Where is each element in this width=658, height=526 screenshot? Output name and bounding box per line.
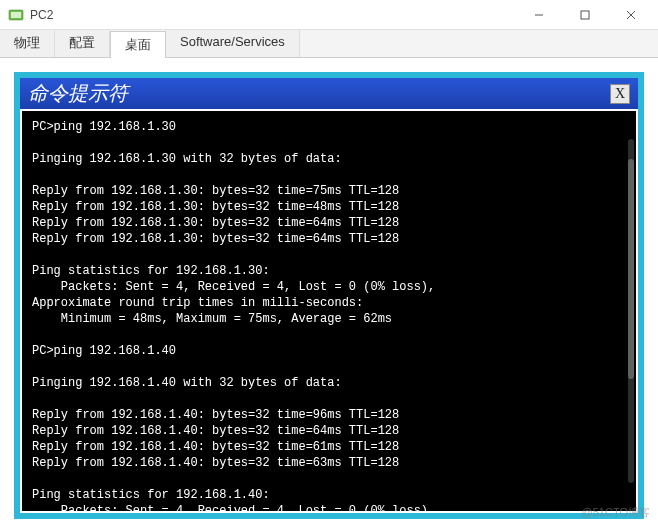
window-minimize-button[interactable] [516,0,562,30]
svg-rect-3 [581,11,589,19]
window-close-button[interactable] [608,0,654,30]
svg-rect-1 [11,12,21,18]
window-maximize-button[interactable] [562,0,608,30]
window-controls [516,0,654,30]
terminal-output[interactable]: PC>ping 192.168.1.30 Pinging 192.168.1.3… [22,111,636,511]
tab-desktop[interactable]: 桌面 [110,31,166,58]
app-icon [8,7,24,23]
window-titlebar: PC2 [0,0,658,30]
tab-physical[interactable]: 物理 [0,30,55,57]
terminal-window: 命令提示符 X PC>ping 192.168.1.30 Pinging 192… [14,72,644,519]
watermark: @51CTO博客 [582,505,650,520]
tab-config[interactable]: 配置 [55,30,110,57]
tab-bar: 物理 配置 桌面 Software/Services [0,30,658,58]
terminal-close-button[interactable]: X [610,84,630,104]
tab-software-services[interactable]: Software/Services [166,30,300,57]
window-title: PC2 [30,8,516,22]
terminal-title: 命令提示符 [28,80,128,107]
terminal-body-wrap: PC>ping 192.168.1.30 Pinging 192.168.1.3… [20,109,638,513]
tab-content: 命令提示符 X PC>ping 192.168.1.30 Pinging 192… [0,58,658,526]
scrollbar-thumb[interactable] [628,159,634,379]
terminal-titlebar: 命令提示符 X [20,78,638,109]
